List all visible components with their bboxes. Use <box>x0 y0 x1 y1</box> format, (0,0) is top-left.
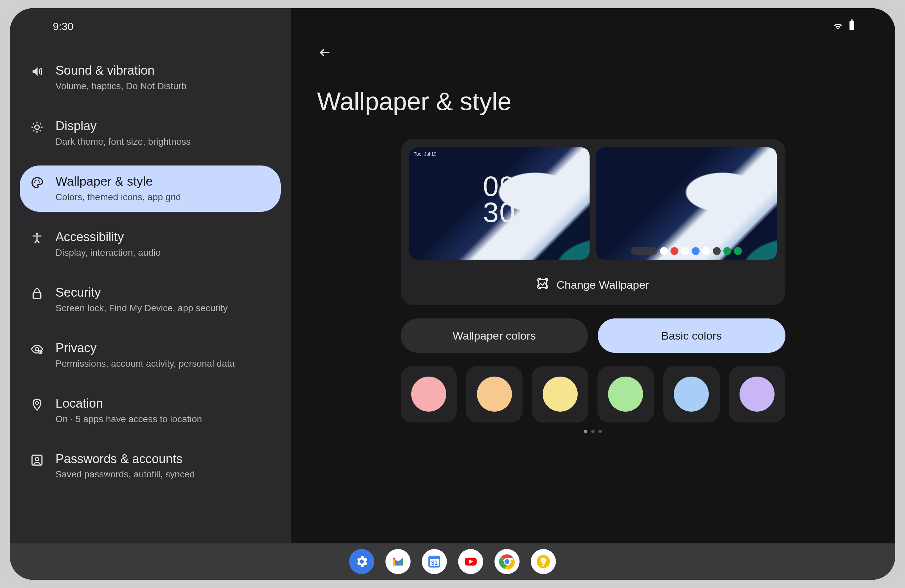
app-chrome-icon[interactable] <box>494 549 519 574</box>
tab-label: Wallpaper colors <box>452 329 536 342</box>
sidebar-item-security[interactable]: Security Screen lock, Find My Device, ap… <box>20 277 281 323</box>
sidebar-subtitle: Screen lock, Find My Device, app securit… <box>56 302 271 314</box>
sidebar-subtitle: Colors, themed icons, app grid <box>56 191 271 203</box>
tab-wallpaper-colors[interactable]: Wallpaper colors <box>401 318 588 353</box>
color-tabs: Wallpaper colors Basic colors <box>401 318 786 353</box>
accessibility-icon <box>30 231 44 245</box>
sidebar-title: Security <box>56 285 271 300</box>
sidebar-subtitle: Volume, haptics, Do Not Disturb <box>56 80 271 92</box>
status-time: 9:30 <box>53 21 73 33</box>
svg-point-4 <box>35 180 37 181</box>
sidebar-item-privacy[interactable]: Privacy Permissions, account activity, p… <box>20 332 281 378</box>
color-swatch-purple[interactable] <box>729 366 786 423</box>
color-swatch-orange[interactable] <box>466 366 522 423</box>
color-swatches <box>401 366 786 423</box>
status-right <box>832 19 856 33</box>
sidebar-title: Display <box>56 119 271 134</box>
sidebar-item-wallpaper[interactable]: Wallpaper & style Colors, themed icons, … <box>20 165 281 212</box>
sidebar-item-location[interactable]: Location On · 5 apps have access to loca… <box>20 388 281 434</box>
color-swatch-green[interactable] <box>597 366 654 423</box>
brightness-icon <box>30 120 44 134</box>
tablet-frame: 9:30 Sound & vibratio <box>0 0 905 588</box>
battery-icon <box>848 19 856 33</box>
sidebar-subtitle: Display, interaction, audio <box>56 247 271 259</box>
app-settings-icon[interactable] <box>349 549 374 574</box>
privacy-eye-icon <box>30 342 44 356</box>
svg-point-5 <box>38 180 39 181</box>
homescreen-preview[interactable] <box>596 147 777 260</box>
sidebar-subtitle: Saved passwords, autofill, synced <box>56 469 271 480</box>
location-pin-icon <box>30 397 44 412</box>
svg-text:31: 31 <box>431 559 438 566</box>
sidebar-title: Accessibility <box>56 230 271 245</box>
svg-rect-8 <box>33 293 41 299</box>
sidebar-item-accessibility[interactable]: Accessibility Display, interaction, audi… <box>20 221 281 267</box>
wallpaper-card: Tue, Jul 19 09 30 <box>401 139 786 305</box>
svg-point-6 <box>39 181 40 183</box>
svg-rect-0 <box>849 21 854 30</box>
sidebar-item-passwords[interactable]: Passwords & accounts Saved passwords, au… <box>20 443 281 489</box>
sidebar-title: Wallpaper & style <box>56 174 271 189</box>
app-youtube-icon[interactable] <box>458 549 483 574</box>
sidebar-subtitle: Dark theme, font size, brightness <box>56 136 271 148</box>
back-button[interactable] <box>317 44 333 60</box>
color-swatch-blue[interactable] <box>663 366 720 423</box>
sidebar-title: Location <box>56 396 271 411</box>
svg-point-2 <box>35 125 39 129</box>
volume-icon <box>30 64 44 79</box>
taskbar: 31 <box>10 544 895 580</box>
svg-rect-16 <box>429 556 440 559</box>
lockscreen-preview[interactable]: Tue, Jul 19 09 30 <box>409 147 590 260</box>
svg-point-9 <box>35 348 39 351</box>
change-wallpaper-label: Change Wallpaper <box>557 278 649 291</box>
lock-minute: 30 <box>483 196 516 228</box>
sidebar-title: Privacy <box>56 340 271 356</box>
lock-icon <box>30 286 44 301</box>
tab-label: Basic colors <box>661 329 722 342</box>
tablet-screen: 9:30 Sound & vibratio <box>10 8 895 580</box>
preview-dock <box>631 247 742 255</box>
app-keep-icon[interactable] <box>531 549 556 574</box>
sidebar-title: Passwords & accounts <box>56 451 271 467</box>
change-wallpaper-button[interactable]: Change Wallpaper <box>409 270 777 297</box>
svg-rect-1 <box>851 19 853 21</box>
page-title: Wallpaper & style <box>317 87 868 116</box>
sidebar-item-display[interactable]: Display Dark theme, font size, brightnes… <box>20 110 281 156</box>
wifi-icon <box>832 19 843 33</box>
main-content: Wallpaper & style Tue, Jul 19 09 30 <box>291 8 895 544</box>
svg-point-3 <box>34 181 35 183</box>
settings-sidebar: Sound & vibration Volume, haptics, Do No… <box>10 8 291 544</box>
palette-icon <box>30 175 44 190</box>
wallpaper-picker-icon <box>537 278 549 292</box>
sidebar-subtitle: On · 5 apps have access to location <box>56 413 271 425</box>
sidebar-item-sound[interactable]: Sound & vibration Volume, haptics, Do No… <box>20 54 281 101</box>
pager-dots <box>317 430 868 433</box>
sidebar-title: Sound & vibration <box>56 63 271 78</box>
account-box-icon <box>30 453 44 467</box>
app-calendar-icon[interactable]: 31 <box>422 549 447 574</box>
sidebar-subtitle: Permissions, account activity, personal … <box>56 358 271 370</box>
color-swatch-pink[interactable] <box>401 366 457 423</box>
tab-basic-colors[interactable]: Basic colors <box>598 318 786 353</box>
status-bar: 9:30 <box>10 18 895 35</box>
svg-point-7 <box>36 232 38 235</box>
svg-point-13 <box>35 458 39 461</box>
color-swatch-yellow[interactable] <box>532 366 588 423</box>
app-gmail-icon[interactable] <box>386 549 411 574</box>
svg-point-11 <box>36 402 38 404</box>
